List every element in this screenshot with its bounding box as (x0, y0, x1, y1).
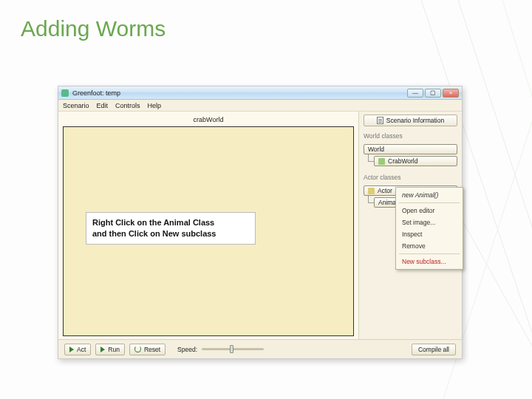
compile-all-button[interactable]: Compile all (412, 344, 456, 355)
class-actor-label: Actor (378, 187, 392, 194)
class-crabworld-label: CrabWorld (388, 157, 417, 165)
class-world[interactable]: World (364, 144, 457, 154)
ctx-inspect[interactable]: Inspect (396, 228, 463, 240)
callout-line-1: Right Click on the Animal Class (92, 217, 249, 228)
menubar: Scenario Edit Controls Help (58, 100, 462, 112)
reset-button[interactable]: Reset (129, 344, 166, 355)
content-area: crabWorld Right Click on the Animal Clas… (58, 112, 462, 339)
app-window: Greenfoot: temp — ▢ × Scenario Edit Cont… (58, 86, 463, 359)
class-crabworld[interactable]: CrabWorld (374, 156, 457, 166)
run-icon (100, 347, 105, 352)
document-icon (377, 117, 383, 124)
actor-classes-label: Actor classes (364, 174, 457, 181)
menu-controls[interactable]: Controls (115, 102, 140, 109)
speed-slider[interactable] (202, 348, 264, 350)
instruction-callout: Right Click on the Animal Class and then… (86, 212, 256, 245)
actor-icon (368, 188, 375, 194)
world-classes-label: World classes (364, 132, 457, 140)
context-menu: new Animal() Open editor Set image... In… (395, 187, 463, 270)
close-button[interactable]: × (443, 89, 459, 98)
svg-line-1 (458, 0, 532, 318)
run-label: Run (108, 346, 120, 353)
class-world-label: World (368, 146, 384, 153)
slide-title: Adding Worms (21, 16, 166, 41)
ctx-new-subclass[interactable]: New subclass... (396, 256, 463, 267)
class-panel: Scenario Information World classes World… (358, 112, 462, 339)
svg-line-2 (502, 0, 532, 192)
control-bar: Act Run Reset Speed: Compile all (58, 339, 462, 358)
menu-scenario[interactable]: Scenario (63, 102, 89, 109)
compile-label: Compile all (418, 346, 449, 353)
speed-control: Speed: (177, 346, 264, 353)
ctx-separator-2 (399, 253, 460, 254)
world-class-tree: World CrabWorld (364, 144, 457, 168)
run-button[interactable]: Run (95, 344, 125, 355)
play-icon (69, 347, 74, 352)
scenario-info-label: Scenario Information (386, 117, 444, 124)
world-pane: crabWorld Right Click on the Animal Clas… (58, 112, 358, 339)
maximize-button[interactable]: ▢ (425, 89, 441, 98)
reset-icon (134, 346, 141, 352)
slider-knob[interactable] (230, 345, 233, 353)
act-label: Act (77, 346, 86, 353)
ctx-set-image[interactable]: Set image... (396, 216, 463, 228)
callout-line-2: and then Click on New subclass (92, 228, 249, 239)
minimize-button[interactable]: — (407, 89, 423, 98)
app-icon (61, 89, 69, 97)
world-label: crabWorld (63, 116, 354, 123)
titlebar[interactable]: Greenfoot: temp — ▢ × (58, 86, 462, 100)
menu-help[interactable]: Help (148, 102, 162, 109)
ctx-new-animal[interactable]: new Animal() (396, 189, 463, 201)
reset-label: Reset (144, 346, 160, 353)
speed-label: Speed: (177, 346, 197, 353)
ctx-separator (399, 202, 460, 203)
window-title: Greenfoot: temp (72, 89, 407, 97)
crabworld-icon (378, 158, 385, 165)
window-buttons: — ▢ × (407, 89, 459, 98)
world-canvas[interactable]: Right Click on the Animal Class and then… (63, 126, 354, 336)
ctx-remove[interactable]: Remove (396, 240, 463, 252)
act-button[interactable]: Act (64, 344, 91, 355)
ctx-open-editor[interactable]: Open editor (396, 205, 463, 216)
menu-edit[interactable]: Edit (97, 102, 109, 109)
scenario-info-button[interactable]: Scenario Information (364, 115, 457, 126)
